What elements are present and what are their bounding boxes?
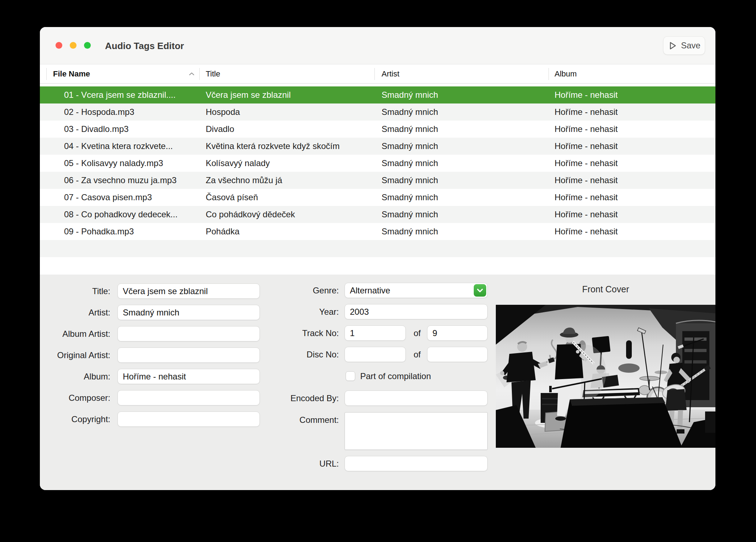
album-artist-input[interactable]: [117, 326, 260, 341]
cell-title: Pohádka: [199, 223, 374, 240]
close-button[interactable]: [56, 42, 62, 49]
cell-artist: Smadný mnich: [374, 172, 548, 189]
compilation-checkbox[interactable]: [346, 371, 355, 381]
table-row[interactable]: 06 - Za vsechno muzu ja.mp3Za všechno mů…: [40, 172, 715, 189]
cell-file: 08 - Co pohadkovy dedecek...: [40, 206, 199, 223]
encoded-by-label: Encoded By:: [257, 390, 339, 406]
album-artist-label: Album Artist:: [47, 326, 110, 341]
cell-title: Co pohádkový dědeček: [199, 206, 374, 223]
track-no-label: Track No:: [257, 325, 339, 341]
disc-no-label: Disc No:: [257, 347, 339, 362]
cell-album: Hoříme - nehasit: [548, 172, 715, 189]
empty-row: [40, 240, 715, 257]
table-row[interactable]: 07 - Casova pisen.mp3Časová píseňSmadný …: [40, 189, 715, 206]
cell-album: Hoříme - nehasit: [548, 121, 715, 138]
header-cell-album[interactable]: Album: [548, 64, 715, 83]
compilation-label: Part of compilation: [360, 368, 431, 384]
window-title: Audio Tags Editor: [105, 27, 184, 64]
table-row[interactable]: 09 - Pohadka.mp3PohádkaSmadný mnichHořím…: [40, 223, 715, 240]
zoom-button[interactable]: [84, 42, 91, 49]
cell-title: Květina která rozkvete když skočím: [199, 138, 374, 155]
table-row[interactable]: 01 - Vcera jsem se zblaznil....Včera jse…: [40, 86, 715, 103]
cell-artist: Smadný mnich: [374, 189, 548, 206]
cell-title: Divadlo: [199, 121, 374, 138]
comment-textarea[interactable]: [345, 412, 488, 450]
track-total-input[interactable]: [427, 325, 488, 341]
tag-editor-panel: Title: Artist: Album Artist: Original Ar…: [40, 275, 715, 490]
url-input[interactable]: [345, 456, 488, 471]
cell-album: Hoříme - nehasit: [548, 206, 715, 223]
cell-title: Časová píseň: [199, 189, 374, 206]
cell-title: Hospoda: [199, 103, 374, 121]
original-artist-input[interactable]: [117, 347, 260, 363]
copyright-input[interactable]: [117, 411, 260, 427]
album-label: Album:: [47, 369, 110, 384]
artist-label: Artist:: [47, 305, 110, 320]
table-row[interactable]: 08 - Co pohadkovy dedecek...Co pohádkový…: [40, 206, 715, 223]
disc-total-input[interactable]: [427, 347, 488, 362]
cell-album: Hoříme - nehasit: [548, 155, 715, 172]
column-separator: [374, 68, 375, 80]
chevron-down-icon: [476, 288, 484, 293]
minimize-button[interactable]: [70, 42, 77, 49]
album-input[interactable]: [117, 369, 260, 384]
cell-artist: Smadný mnich: [374, 206, 548, 223]
cell-album: Hoříme - nehasit: [548, 138, 715, 155]
comment-label: Comment:: [257, 412, 339, 427]
table-row[interactable]: 04 - Kvetina ktera rozkvete...Květina kt…: [40, 138, 715, 155]
header-cell-title[interactable]: Title: [199, 64, 374, 83]
chevron-up-sort-icon: [189, 64, 195, 83]
cell-file: 05 - Kolisavyy nalady.mp3: [40, 155, 199, 172]
genre-label: Genre:: [257, 283, 339, 298]
disc-no-input[interactable]: [345, 347, 406, 362]
cell-file: 02 - Hospoda.mp3: [40, 103, 199, 121]
cell-album: Hoříme - nehasit: [548, 86, 715, 103]
genre-select[interactable]: Alternative: [345, 283, 488, 298]
original-artist-label: Original Artist:: [47, 347, 110, 363]
column-separator: [548, 68, 549, 80]
cell-artist: Smadný mnich: [374, 138, 548, 155]
play-icon: [668, 41, 677, 51]
encoded-by-input[interactable]: [345, 390, 488, 406]
composer-input[interactable]: [117, 390, 260, 405]
front-cover-label: Front Cover: [496, 282, 715, 297]
front-cover-image: [496, 305, 715, 448]
cell-album: Hoříme - nehasit: [548, 103, 715, 121]
cell-file: 06 - Za vsechno muzu ja.mp3: [40, 172, 199, 189]
cell-file: 04 - Kvetina ktera rozkvete...: [40, 138, 199, 155]
cell-artist: Smadný mnich: [374, 155, 548, 172]
title-label: Title:: [47, 283, 110, 299]
cell-artist: Smadný mnich: [374, 223, 548, 240]
file-table-body: 01 - Vcera jsem se zblaznil....Včera jse…: [40, 86, 715, 257]
artist-input[interactable]: [117, 305, 260, 320]
cell-file: 09 - Pohadka.mp3: [40, 223, 199, 240]
cell-album: Hoříme - nehasit: [548, 189, 715, 206]
cell-artist: Smadný mnich: [374, 103, 548, 121]
track-of-label: of: [409, 325, 426, 341]
cell-file: 03 - Divadlo.mp3: [40, 121, 199, 138]
header-cell-file-name[interactable]: File Name: [40, 64, 199, 83]
save-button-label: Save: [681, 41, 700, 51]
cell-album: Hoříme - nehasit: [548, 223, 715, 240]
app-window: Audio Tags Editor Save File Name Title A…: [40, 27, 715, 490]
genre-dropdown-button[interactable]: [474, 284, 486, 297]
title-bar: Audio Tags Editor Save: [40, 27, 715, 64]
table-row[interactable]: 05 - Kolisavyy nalady.mp3Kolísavyý nalad…: [40, 155, 715, 172]
header-cell-artist[interactable]: Artist: [374, 64, 548, 83]
year-label: Year:: [257, 304, 339, 319]
title-input[interactable]: [117, 283, 260, 299]
cell-title: Včera jsem se zblaznil: [199, 86, 374, 103]
table-row[interactable]: 02 - Hospoda.mp3HospodaSmadný mnichHořím…: [40, 103, 715, 121]
year-input[interactable]: [345, 304, 488, 319]
cell-file: 07 - Casova pisen.mp3: [40, 189, 199, 206]
table-header: File Name Title Artist Album: [40, 64, 715, 84]
file-table: File Name Title Artist Album 01 - Vcera …: [40, 64, 715, 275]
save-button[interactable]: Save: [663, 36, 705, 55]
copyright-label: Copyright:: [47, 411, 110, 427]
cell-title: Kolísavyý nalady: [199, 155, 374, 172]
cell-file: 01 - Vcera jsem se zblaznil....: [40, 86, 199, 103]
table-row[interactable]: 03 - Divadlo.mp3DivadloSmadný mnichHořím…: [40, 121, 715, 138]
track-no-input[interactable]: [345, 325, 406, 341]
composer-label: Composer:: [47, 390, 110, 405]
cell-artist: Smadný mnich: [374, 121, 548, 138]
